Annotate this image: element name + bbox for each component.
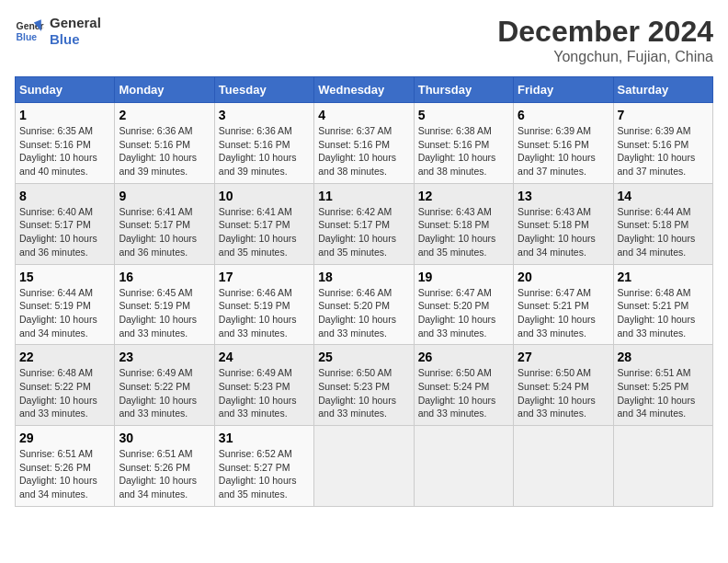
daylight-text: Daylight: 10 hours and 37 minutes. — [618, 152, 696, 177]
day-number: 26 — [418, 350, 509, 364]
daylight-text: Daylight: 10 hours and 33 minutes. — [418, 395, 496, 419]
calendar-cell — [314, 426, 414, 507]
daylight-text: Daylight: 10 hours and 35 minutes. — [219, 233, 297, 258]
sunset-text: Sunset: 5:19 PM — [219, 300, 290, 311]
day-number: 18 — [318, 270, 409, 284]
day-number: 14 — [618, 189, 709, 203]
day-number: 5 — [418, 108, 509, 122]
day-info: Sunrise: 6:35 AMSunset: 5:16 PMDaylight:… — [19, 124, 110, 178]
day-number: 2 — [119, 108, 210, 122]
day-number: 13 — [518, 189, 609, 203]
header-tuesday: Tuesday — [214, 77, 313, 103]
day-info: Sunrise: 6:37 AMSunset: 5:16 PMDaylight:… — [318, 124, 409, 178]
day-number: 1 — [19, 108, 110, 122]
sunset-text: Sunset: 5:18 PM — [518, 219, 589, 230]
day-info: Sunrise: 6:49 AMSunset: 5:22 PMDaylight:… — [119, 366, 210, 420]
sunset-text: Sunset: 5:21 PM — [618, 300, 689, 311]
calendar-cell: 2Sunrise: 6:36 AMSunset: 5:16 PMDaylight… — [115, 103, 214, 184]
sunset-text: Sunset: 5:23 PM — [318, 381, 390, 392]
calendar-cell: 25Sunrise: 6:50 AMSunset: 5:23 PMDayligh… — [314, 345, 414, 426]
logo-icon: General Blue — [15, 17, 44, 46]
daylight-text: Daylight: 10 hours and 34 minutes. — [518, 233, 596, 258]
day-info: Sunrise: 6:46 AMSunset: 5:19 PMDaylight:… — [219, 286, 310, 340]
day-info: Sunrise: 6:48 AMSunset: 5:22 PMDaylight:… — [19, 366, 110, 420]
daylight-text: Daylight: 10 hours and 33 minutes. — [418, 314, 496, 339]
day-info: Sunrise: 6:50 AMSunset: 5:24 PMDaylight:… — [418, 366, 509, 420]
header-saturday: Saturday — [613, 77, 712, 103]
calendar-cell: 9Sunrise: 6:41 AMSunset: 5:17 PMDaylight… — [115, 183, 214, 264]
calendar-week-1: 1Sunrise: 6:35 AMSunset: 5:16 PMDaylight… — [16, 103, 713, 184]
day-info: Sunrise: 6:36 AMSunset: 5:16 PMDaylight:… — [119, 124, 210, 178]
day-info: Sunrise: 6:48 AMSunset: 5:21 PMDaylight:… — [618, 286, 709, 340]
sunset-text: Sunset: 5:24 PM — [518, 381, 589, 392]
sunrise-text: Sunrise: 6:44 AM — [618, 206, 691, 217]
daylight-text: Daylight: 10 hours and 35 minutes. — [318, 233, 396, 258]
page-header: General Blue General Blue December 2024 … — [15, 15, 713, 65]
sunset-text: Sunset: 5:17 PM — [318, 219, 390, 230]
sunrise-text: Sunrise: 6:52 AM — [219, 448, 292, 459]
calendar-cell: 28Sunrise: 6:51 AMSunset: 5:25 PMDayligh… — [613, 345, 712, 426]
daylight-text: Daylight: 10 hours and 34 minutes. — [19, 314, 97, 339]
daylight-text: Daylight: 10 hours and 33 minutes. — [219, 395, 297, 419]
daylight-text: Daylight: 10 hours and 39 minutes. — [219, 152, 297, 177]
day-number: 20 — [518, 270, 609, 284]
day-number: 7 — [618, 108, 709, 122]
calendar-cell: 14Sunrise: 6:44 AMSunset: 5:18 PMDayligh… — [613, 183, 712, 264]
day-number: 27 — [518, 350, 609, 364]
calendar-cell: 22Sunrise: 6:48 AMSunset: 5:22 PMDayligh… — [16, 345, 115, 426]
day-info: Sunrise: 6:50 AMSunset: 5:23 PMDaylight:… — [318, 366, 409, 420]
day-number: 24 — [219, 350, 310, 364]
day-info: Sunrise: 6:47 AMSunset: 5:21 PMDaylight:… — [518, 286, 609, 340]
calendar-header-row: Sunday Monday Tuesday Wednesday Thursday… — [16, 77, 713, 103]
sunset-text: Sunset: 5:24 PM — [418, 381, 490, 392]
daylight-text: Daylight: 10 hours and 33 minutes. — [318, 395, 396, 419]
day-info: Sunrise: 6:41 AMSunset: 5:17 PMDaylight:… — [119, 205, 210, 259]
sunrise-text: Sunrise: 6:38 AM — [418, 125, 492, 136]
logo-line2: Blue — [50, 31, 101, 48]
header-friday: Friday — [514, 77, 613, 103]
day-number: 19 — [418, 270, 509, 284]
sunset-text: Sunset: 5:20 PM — [418, 300, 490, 311]
daylight-text: Daylight: 10 hours and 33 minutes. — [19, 395, 97, 419]
daylight-text: Daylight: 10 hours and 37 minutes. — [518, 152, 596, 177]
sunrise-text: Sunrise: 6:46 AM — [219, 287, 292, 298]
day-number: 28 — [618, 350, 709, 364]
day-number: 3 — [219, 108, 310, 122]
day-info: Sunrise: 6:36 AMSunset: 5:16 PMDaylight:… — [219, 124, 310, 178]
logo: General Blue General Blue — [15, 15, 101, 48]
daylight-text: Daylight: 10 hours and 34 minutes. — [618, 395, 696, 419]
calendar-cell — [414, 426, 513, 507]
sunrise-text: Sunrise: 6:40 AM — [19, 206, 93, 217]
sunrise-text: Sunrise: 6:41 AM — [119, 206, 192, 217]
sunset-text: Sunset: 5:17 PM — [219, 219, 290, 230]
daylight-text: Daylight: 10 hours and 40 minutes. — [19, 152, 97, 177]
day-info: Sunrise: 6:42 AMSunset: 5:17 PMDaylight:… — [318, 205, 409, 259]
day-number: 25 — [318, 350, 409, 364]
sunrise-text: Sunrise: 6:45 AM — [119, 287, 192, 298]
header-wednesday: Wednesday — [314, 77, 414, 103]
day-number: 16 — [119, 270, 210, 284]
daylight-text: Daylight: 10 hours and 33 minutes. — [518, 395, 596, 419]
sunrise-text: Sunrise: 6:39 AM — [518, 125, 591, 136]
calendar-cell: 19Sunrise: 6:47 AMSunset: 5:20 PMDayligh… — [414, 264, 513, 345]
day-number: 4 — [318, 108, 409, 122]
calendar-cell: 6Sunrise: 6:39 AMSunset: 5:16 PMDaylight… — [514, 103, 613, 184]
day-number: 29 — [19, 431, 110, 445]
calendar-table: Sunday Monday Tuesday Wednesday Thursday… — [15, 76, 713, 507]
day-info: Sunrise: 6:38 AMSunset: 5:16 PMDaylight:… — [418, 124, 509, 178]
sunrise-text: Sunrise: 6:50 AM — [318, 367, 392, 378]
day-number: 30 — [119, 431, 210, 445]
calendar-cell: 29Sunrise: 6:51 AMSunset: 5:26 PMDayligh… — [16, 426, 115, 507]
sunset-text: Sunset: 5:16 PM — [618, 139, 689, 150]
sunrise-text: Sunrise: 6:44 AM — [19, 287, 93, 298]
daylight-text: Daylight: 10 hours and 33 minutes. — [518, 314, 596, 339]
sunrise-text: Sunrise: 6:51 AM — [119, 448, 192, 459]
day-number: 6 — [518, 108, 609, 122]
daylight-text: Daylight: 10 hours and 34 minutes. — [119, 475, 197, 500]
calendar-week-4: 22Sunrise: 6:48 AMSunset: 5:22 PMDayligh… — [16, 345, 713, 426]
calendar-cell: 13Sunrise: 6:43 AMSunset: 5:18 PMDayligh… — [514, 183, 613, 264]
calendar-week-5: 29Sunrise: 6:51 AMSunset: 5:26 PMDayligh… — [16, 426, 713, 507]
sunrise-text: Sunrise: 6:49 AM — [119, 367, 192, 378]
logo-line1: General — [50, 15, 101, 31]
day-number: 15 — [19, 270, 110, 284]
